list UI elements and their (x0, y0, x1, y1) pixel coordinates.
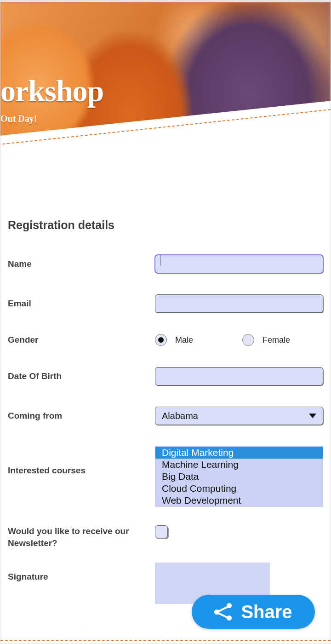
coming-from-select[interactable]: Alabama (155, 407, 323, 425)
share-button[interactable]: Share (192, 595, 315, 629)
share-icon (214, 603, 232, 621)
radio-icon (155, 334, 167, 346)
newsletter-checkbox[interactable] (155, 525, 168, 538)
course-option[interactable]: Web Development (155, 494, 323, 506)
newsletter-label: Would you like to receive our Newsletter… (8, 525, 155, 549)
gender-label: Gender (8, 334, 155, 346)
field-row-email: Email (8, 294, 323, 313)
radio-icon (242, 334, 254, 346)
signature-label: Signature (8, 563, 155, 583)
form-content: Registration details Name Email Gender M… (0, 196, 331, 604)
hero-banner: orkshop Out Day! (0, 2, 331, 186)
hero-subtitle: Out Day! (0, 114, 37, 124)
dob-input[interactable] (155, 367, 323, 385)
gender-option-female[interactable]: Female (242, 334, 330, 346)
field-row-gender: Gender Male Female (8, 334, 323, 346)
courses-listbox[interactable]: Digital Marketing Machine Learning Big D… (155, 446, 323, 507)
chevron-down-icon (309, 414, 316, 418)
course-option[interactable]: Big Data (155, 471, 323, 483)
course-option[interactable]: Cloud Computing (155, 483, 323, 494)
courses-label: Interested courses (8, 446, 155, 477)
name-input[interactable] (155, 255, 323, 273)
coming-from-label: Coming from (8, 410, 155, 422)
section-title: Registration details (8, 218, 323, 232)
field-row-dob: Date Of Birth (8, 367, 323, 385)
field-row-coming-from: Coming from Alabama (8, 407, 323, 425)
field-row-courses: Interested courses Digital Marketing Mac… (8, 446, 323, 507)
gender-option-male[interactable]: Male (155, 334, 242, 346)
radio-label-male: Male (175, 335, 193, 345)
field-row-name: Name (8, 255, 323, 273)
bottom-divider (0, 640, 331, 641)
email-label: Email (8, 298, 155, 310)
radio-label-female: Female (263, 335, 290, 345)
name-label: Name (8, 258, 155, 270)
coming-from-selected-text: Alabama (162, 411, 198, 421)
field-row-newsletter: Would you like to receive our Newsletter… (8, 525, 323, 549)
course-option[interactable]: Machine Learning (155, 459, 323, 471)
share-button-label: Share (241, 602, 292, 622)
course-option[interactable]: Digital Marketing (155, 447, 323, 459)
hero-title: orkshop (0, 74, 103, 109)
dob-label: Date Of Birth (8, 370, 155, 382)
email-input[interactable] (155, 294, 323, 313)
